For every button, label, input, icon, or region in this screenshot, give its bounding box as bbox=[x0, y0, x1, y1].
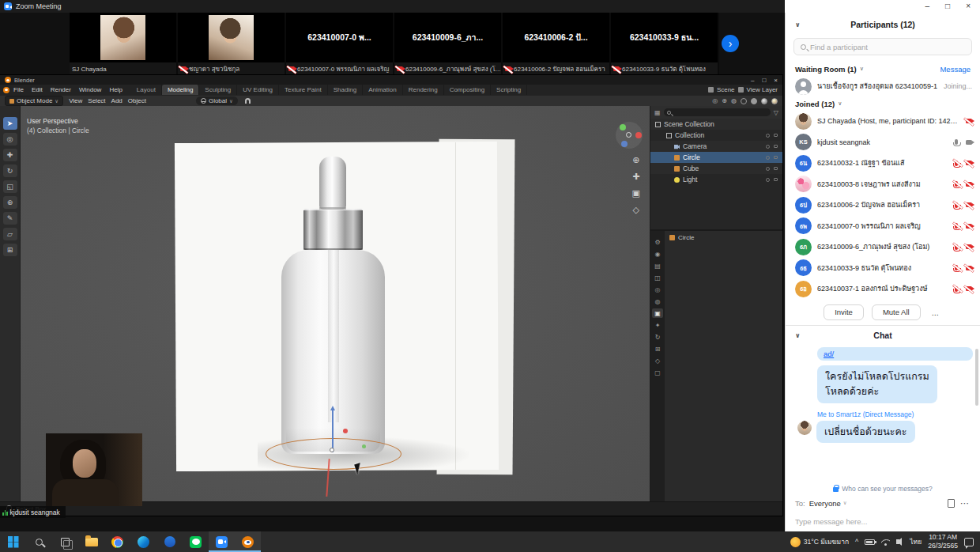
display-mode-icon[interactable]: ▦ bbox=[654, 109, 661, 116]
outliner-row-camera[interactable]: Camera bbox=[650, 141, 782, 152]
solid-shading-icon[interactable] bbox=[751, 98, 757, 104]
language-indicator[interactable]: ไทย bbox=[910, 536, 922, 547]
filter-icon[interactable]: ▽ bbox=[774, 109, 778, 116]
chat-message-input[interactable] bbox=[795, 517, 971, 526]
view-layer-tab-icon[interactable]: ◫ bbox=[652, 273, 663, 282]
tab-modeling[interactable]: Modeling bbox=[162, 85, 199, 95]
add-cube-tool[interactable]: ⊞ bbox=[3, 244, 17, 256]
wifi-icon[interactable] bbox=[881, 539, 890, 546]
video-tile[interactable]: 623410033-9 ธน... 623410033-9 ธนวัต ตุ้โ… bbox=[611, 13, 719, 75]
participant-search[interactable] bbox=[793, 38, 972, 55]
material-shading-icon[interactable] bbox=[761, 98, 767, 104]
video-tile[interactable]: ชญาดา สุขวนิชกุล bbox=[178, 13, 286, 75]
volume-icon[interactable] bbox=[896, 539, 899, 544]
measure-tool[interactable]: ▱ bbox=[3, 228, 17, 240]
muted-mic-icon[interactable] bbox=[955, 223, 958, 229]
chat-privacy-note[interactable]: Who can see your messages? bbox=[786, 482, 980, 495]
snap-magnet-icon[interactable] bbox=[245, 98, 251, 104]
action-center-icon[interactable] bbox=[964, 538, 974, 546]
joined-header[interactable]: Joined (12) ∨ bbox=[786, 96, 980, 111]
viewport-menu-view[interactable]: View bbox=[69, 97, 82, 104]
toggle-perspective-icon[interactable]: ◇ bbox=[632, 205, 640, 215]
close-button[interactable]: × bbox=[966, 2, 971, 10]
rotate-tool[interactable]: ↻ bbox=[3, 164, 17, 177]
output-tab-icon[interactable]: ▤ bbox=[652, 261, 663, 270]
data-tab-icon[interactable]: ◇ bbox=[652, 356, 663, 365]
chrome-button[interactable] bbox=[104, 531, 130, 552]
transform-orientation-dropdown[interactable]: Global ∨ bbox=[196, 96, 238, 105]
x-axis-icon[interactable] bbox=[635, 132, 642, 138]
material-tab-icon[interactable]: ▢ bbox=[652, 368, 663, 377]
cursor-tool[interactable]: ◎ bbox=[3, 133, 17, 146]
self-video-tile[interactable] bbox=[46, 433, 142, 506]
menu-help[interactable]: Help bbox=[105, 85, 126, 95]
transform-tool[interactable]: ⊕ bbox=[3, 196, 17, 209]
render-toggle-icon[interactable] bbox=[774, 145, 778, 148]
tab-texture-paint[interactable]: Texture Paint bbox=[279, 85, 328, 95]
participant-row[interactable]: KS kjdusit seangnak bbox=[786, 132, 980, 153]
muted-mic-icon[interactable] bbox=[955, 244, 958, 250]
participant-row[interactable]: 6ภ 623410009-6_ภาณุพงษ์ สุขสง (โอม) bbox=[786, 236, 980, 258]
x-axis-handle[interactable] bbox=[343, 429, 348, 433]
physics-tab-icon[interactable]: ↻ bbox=[652, 332, 663, 342]
more-options-button[interactable]: ... bbox=[929, 308, 942, 317]
y-axis-handle[interactable] bbox=[362, 444, 366, 448]
collapse-chat-icon[interactable]: ∨ bbox=[795, 332, 801, 339]
camera-off-icon[interactable] bbox=[966, 266, 972, 270]
muted-mic-icon[interactable] bbox=[955, 202, 958, 208]
proportional-edit-icon[interactable]: ◎ bbox=[712, 97, 718, 104]
outliner-row-scene-collection[interactable]: Scene Collection bbox=[650, 119, 782, 130]
tab-shading[interactable]: Shading bbox=[328, 85, 363, 95]
y-axis-icon[interactable] bbox=[620, 124, 626, 130]
scene-tab-icon[interactable]: ◎ bbox=[652, 285, 663, 294]
app-button[interactable] bbox=[156, 531, 183, 552]
viewport-menu-add[interactable]: Add bbox=[111, 97, 122, 104]
weather-widget[interactable]: 31°C มีเมฆมาก bbox=[790, 536, 849, 547]
tab-compositing[interactable]: Compositing bbox=[444, 85, 491, 95]
muted-mic-icon[interactable] bbox=[955, 181, 958, 187]
zoom-view-icon[interactable]: ⊕ bbox=[632, 155, 640, 165]
menu-window[interactable]: Window bbox=[75, 85, 105, 95]
participant-row[interactable]: 6อ 623410037-1 อลงกรณ์ ประดิษฐวงษ์ bbox=[786, 278, 980, 300]
waiting-room-header[interactable]: Waiting Room (1) ∨ Message bbox=[786, 62, 980, 76]
overlays-icon[interactable]: ◍ bbox=[731, 97, 737, 104]
wireframe-shading-icon[interactable] bbox=[741, 98, 747, 104]
menu-render[interactable]: Render bbox=[47, 85, 75, 95]
outliner-row-light[interactable]: Light bbox=[650, 174, 782, 185]
rendered-shading-icon[interactable] bbox=[771, 98, 778, 104]
chat-scrollbar[interactable] bbox=[975, 349, 978, 406]
menu-file[interactable]: File bbox=[9, 85, 28, 95]
message-link[interactable]: Message bbox=[940, 65, 971, 74]
annotate-tool[interactable]: ✎ bbox=[3, 212, 17, 225]
participant-row[interactable]: 6น 623410032-1 ณัฐฐา ข้อนแส้ bbox=[786, 153, 980, 174]
hide-toggle-icon[interactable] bbox=[766, 167, 770, 171]
zoom-taskbar-button[interactable] bbox=[209, 531, 235, 552]
select-box-tool[interactable]: ➤ bbox=[3, 117, 17, 130]
tool-tab-icon[interactable]: ⚙ bbox=[652, 237, 663, 247]
camera-view-icon[interactable]: ▣ bbox=[632, 188, 640, 198]
mic-icon[interactable] bbox=[955, 139, 958, 145]
participant-row[interactable]: 6พ 623410007-0 พรรณนิภา ผลเจริญ bbox=[786, 216, 980, 237]
participant-search-input[interactable] bbox=[810, 43, 965, 51]
participant-row[interactable]: 6ธ 623410033-9 ธนวัต ตุ้โพนทอง bbox=[786, 258, 980, 279]
chat-more-icon[interactable]: ⋯ bbox=[959, 498, 971, 509]
blender-minimize-button[interactable]: – bbox=[751, 77, 754, 84]
camera-off-icon[interactable] bbox=[966, 161, 972, 165]
next-page-button[interactable]: › bbox=[722, 35, 739, 52]
tray-expand-icon[interactable]: ^ bbox=[855, 538, 858, 546]
file-explorer-button[interactable] bbox=[78, 531, 104, 552]
blender-menu-logo-icon[interactable] bbox=[3, 87, 9, 93]
minimize-button[interactable]: – bbox=[925, 2, 930, 10]
chat-link[interactable]: ad/ bbox=[824, 350, 834, 358]
invite-button[interactable]: Invite bbox=[824, 304, 864, 320]
view-orientation-gizmo[interactable] bbox=[616, 122, 643, 149]
world-tab-icon[interactable]: ◍ bbox=[652, 297, 663, 306]
scene-name[interactable]: Scene bbox=[717, 86, 735, 93]
blender-close-button[interactable]: × bbox=[774, 77, 778, 84]
camera-icon[interactable] bbox=[966, 140, 972, 145]
video-tile[interactable]: 623410007-0 พ... 623410007-0 พรรณนิภา ผล… bbox=[286, 13, 394, 75]
hide-toggle-icon[interactable] bbox=[766, 178, 770, 182]
file-attach-icon[interactable] bbox=[948, 499, 955, 508]
tab-layout[interactable]: Layout bbox=[131, 85, 162, 95]
tab-rendering[interactable]: Rendering bbox=[403, 85, 444, 95]
